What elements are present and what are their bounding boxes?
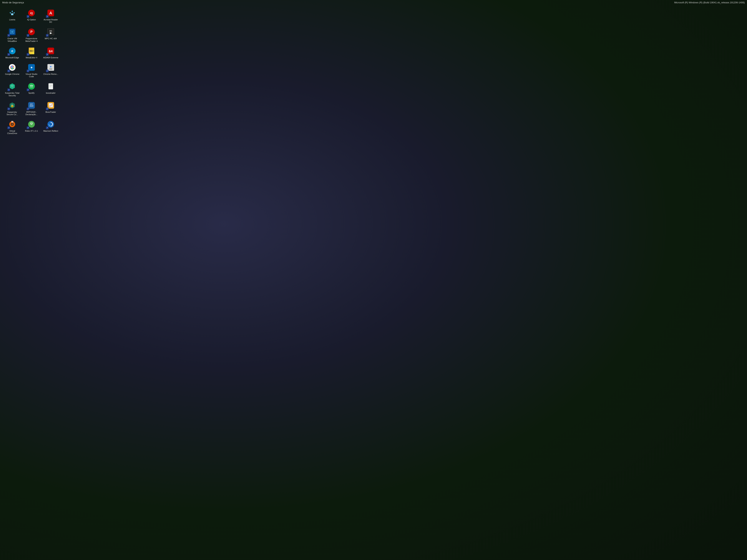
shortcut-arrow-icon: ↗: [27, 108, 29, 110]
desktop-icon-vscode[interactable]: ✦ ↗Visual Studio Code: [23, 61, 41, 79]
svg-text:2020: 2020: [30, 105, 33, 107]
svg-text:✦: ✦: [30, 65, 33, 70]
desktop-icon-edge[interactable]: e ↗Microsoft Edge: [3, 45, 21, 60]
icon-label-chromeremo: Chrome Remo...: [43, 73, 58, 75]
shortcut-arrow-icon: ↗: [46, 108, 49, 110]
shortcut-arrow-icon: ↗: [27, 88, 29, 91]
desktop: Modo de Segurança Microsoft (R) Windows …: [0, 0, 747, 560]
svg-text:🐷: 🐷: [11, 121, 14, 123]
svg-point-44: [12, 124, 13, 125]
desktop-icon-iq-option[interactable]: IQ ↗IQ Option: [23, 7, 41, 24]
shortcut-arrow-icon: ↗: [7, 53, 10, 56]
icon-label-macrium: Macrium Reflect: [43, 130, 58, 132]
svg-text:🔒: 🔒: [10, 104, 14, 107]
shortcut-arrow-icon: ↗: [27, 34, 29, 37]
desktop-icon-lixeira[interactable]: Lixeira: [3, 7, 21, 24]
shortcut-arrow-icon: ↗: [7, 70, 10, 72]
build-info-label: Microsoft (R) Windows (R) (Build 19041.v…: [674, 1, 745, 4]
icon-label-virtualbox: Oracle VM VirtualBox: [4, 37, 20, 42]
svg-text:🛡: 🛡: [11, 85, 14, 87]
shortcut-arrow-icon: ↗: [46, 127, 49, 129]
desktop-icon-mpchc[interactable]: 321 ↗MPC-HC x64: [42, 26, 60, 43]
desktop-icon-virtualclone[interactable]: 🐷 ↗Virtual CloneDrive: [3, 118, 21, 136]
svg-rect-7: [11, 31, 14, 33]
shortcut-arrow-icon: ↗: [46, 34, 49, 37]
desktop-icon-robo3t[interactable]: ↗Robo 3T 1.3.1: [23, 118, 41, 136]
icon-label-vscode: Visual Studio Code: [23, 73, 40, 78]
svg-text:P: P: [30, 30, 33, 34]
desktop-icon-spotify[interactable]: ↗Spotify: [23, 80, 41, 98]
shortcut-arrow-icon: ↗: [7, 34, 10, 37]
desktop-icon-macrium[interactable]: ↗Macrium Reflect: [42, 118, 60, 136]
safe-mode-label: Modo de Segurança: [2, 1, 24, 4]
icon-label-metaeditor: MetaEditor 4: [26, 56, 37, 59]
svg-text:64: 64: [49, 49, 53, 53]
desktop-icon-chrome[interactable]: ↗Google Chrome: [3, 61, 21, 79]
shortcut-arrow-icon: ↗: [7, 108, 10, 110]
svg-rect-33: [49, 85, 52, 85]
icon-label-acrobat: Acrobat Reader DC: [43, 19, 59, 23]
svg-text:A: A: [49, 11, 52, 16]
icon-label-kaspersky: Kaspersky Total Security: [4, 92, 20, 97]
icon-label-lixeira: Lixeira: [9, 19, 15, 21]
desktop-icon-irpf[interactable]: IRPF 2020 ↗IRPF2020 - Declaração...: [23, 100, 41, 117]
svg-rect-28: [49, 68, 52, 70]
icon-label-edge: Microsoft Edge: [5, 56, 19, 59]
icon-label-bosstrader-file: bosstrader: [46, 92, 56, 94]
icon-label-irpf: IRPF2020 - Declaração...: [23, 111, 40, 116]
svg-text:321: 321: [49, 30, 52, 32]
desktop-icon-virtualbox[interactable]: ↗Oracle VM VirtualBox: [3, 26, 21, 43]
shortcut-arrow-icon: ↗: [46, 53, 49, 56]
svg-point-23: [11, 67, 13, 68]
svg-rect-32: [49, 83, 53, 89]
shortcut-arrow-icon: ↗: [27, 15, 29, 18]
top-bar: Modo de Segurança Microsoft (R) Windows …: [0, 0, 747, 5]
desktop-icons-grid: Lixeira IQ ↗IQ Option A ↗Acrobat Reader …: [2, 5, 62, 137]
shortcut-arrow-icon: ↗: [46, 70, 49, 72]
desktop-icon-kaspersky-secure[interactable]: 🔒 ↗Kaspersky Secure Co...: [3, 100, 21, 117]
icon-label-virtualclone: Virtual CloneDrive: [4, 130, 20, 135]
shortcut-arrow-icon: ↗: [27, 70, 29, 72]
svg-text:e: e: [11, 49, 13, 53]
desktop-icon-acrobat[interactable]: A ↗Acrobat Reader DC: [42, 7, 60, 24]
desktop-icon-metaeditor[interactable]: ME4 ↗MetaEditor 4: [23, 45, 41, 60]
shortcut-arrow-icon: ↗: [27, 53, 29, 56]
shortcut-arrow-icon: ↗: [7, 88, 10, 91]
svg-rect-34: [49, 86, 52, 86]
svg-rect-35: [49, 87, 51, 87]
icon-label-kaspersky-secure: Kaspersky Secure Co...: [4, 111, 20, 116]
shortcut-arrow-icon: ↗: [46, 15, 49, 18]
desktop-icon-pepperstone[interactable]: P ↗Pepperstone MetaTrader 4: [23, 26, 41, 43]
svg-point-48: [30, 123, 31, 124]
icon-label-bosstrader: BossTrader: [46, 111, 56, 113]
svg-text:ME4: ME4: [30, 50, 33, 52]
svg-point-49: [32, 123, 33, 124]
svg-text:IRPF: IRPF: [30, 104, 33, 105]
svg-text:IQ: IQ: [30, 12, 33, 15]
icon-label-pepperstone: Pepperstone MetaTrader 4: [23, 37, 40, 42]
shortcut-arrow-icon: ↗: [27, 127, 29, 129]
icon-label-robo3t: Robo 3T 1.3.1: [25, 130, 38, 132]
shortcut-arrow-icon: ↗: [7, 127, 10, 129]
icon-label-chrome: Google Chrome: [5, 73, 20, 75]
svg-text:📈: 📈: [49, 103, 53, 107]
icon-label-aida64: AIDA64 Extreme: [43, 56, 58, 59]
desktop-icon-chromeremo[interactable]: ↗Chrome Remo...: [42, 61, 60, 79]
desktop-icon-bosstrader-file[interactable]: bosstrader: [42, 80, 60, 98]
icon-label-iq-option: IQ Option: [27, 19, 36, 21]
icon-label-mpchc: MPC-HC x64: [45, 37, 57, 40]
icon-label-spotify: Spotify: [28, 92, 35, 94]
svg-rect-0: [11, 14, 14, 15]
desktop-icon-kaspersky[interactable]: 🛡 ↗Kaspersky Total Security: [3, 80, 21, 98]
svg-point-29: [50, 66, 52, 68]
desktop-icon-bosstrader[interactable]: 📈 ↗BossTrader: [42, 100, 60, 117]
desktop-icon-aida64[interactable]: 64 ↗AIDA64 Extreme: [42, 45, 60, 60]
